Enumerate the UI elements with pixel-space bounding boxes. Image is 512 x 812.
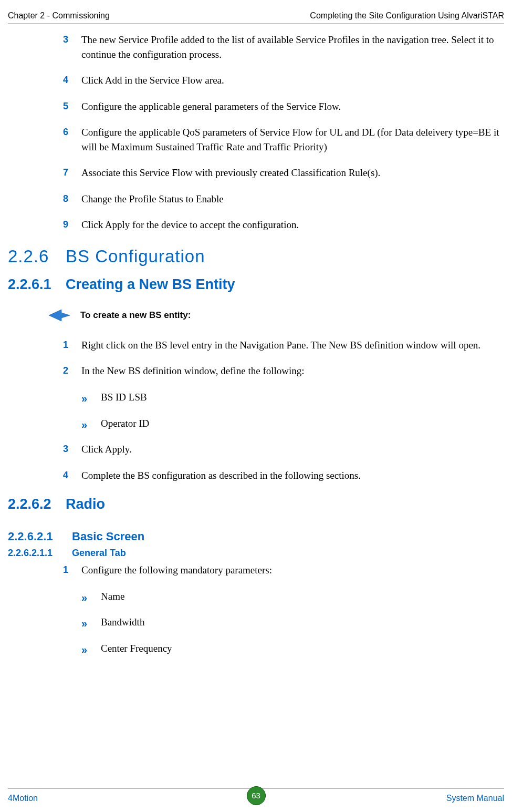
step-item: 1 Right click on the BS level entry in t… xyxy=(63,338,504,353)
chevron-icon: » xyxy=(81,642,85,657)
header-right: Completing the Site Configuration Using … xyxy=(310,9,504,22)
step-number: 4 xyxy=(63,73,68,87)
step-text: Configure the applicable general paramet… xyxy=(81,101,341,112)
bullet-text: BS ID LSB xyxy=(101,392,147,403)
arrow-icon xyxy=(49,309,70,322)
bullet-item: » Center Frequency xyxy=(63,641,504,656)
step-item: 5 Configure the applicable general param… xyxy=(63,99,504,114)
callout-text: To create a new BS entity: xyxy=(80,309,191,322)
bullet-item: » Bandwidth xyxy=(63,615,504,630)
step-item: 9 Click Apply for the device to accept t… xyxy=(63,218,504,232)
footer-right: System Manual xyxy=(446,792,504,804)
step-number: 9 xyxy=(63,218,68,231)
bullet-item: » Operator ID xyxy=(63,416,504,431)
step-number: 4 xyxy=(63,468,68,482)
step-number: 8 xyxy=(63,192,68,205)
step-number: 7 xyxy=(63,166,68,179)
bullet-item: » Name xyxy=(63,589,504,604)
header-left: Chapter 2 - Commissioning xyxy=(8,9,110,22)
bullet-item: » BS ID LSB xyxy=(63,390,504,405)
page-footer: 4Motion 63 System Manual xyxy=(8,788,504,804)
step-number: 1 xyxy=(63,338,68,352)
step-item: 6 Configure the applicable QoS parameter… xyxy=(63,125,504,154)
step-number: 6 xyxy=(63,125,68,139)
section-number: 2.2.6.2.1.1 xyxy=(8,546,72,560)
step-number: 5 xyxy=(63,99,68,113)
heading-4: 2.2.6.2.1Basic Screen xyxy=(8,528,504,545)
page-header: Chapter 2 - Commissioning Completing the… xyxy=(8,9,504,24)
procedure-callout: To create a new BS entity: xyxy=(49,309,504,322)
section-number: 2.2.6.1 xyxy=(8,274,66,295)
step-text: The new Service Profile added to the lis… xyxy=(81,34,494,60)
page: Chapter 2 - Commissioning Completing the… xyxy=(0,0,512,812)
heading-5: 2.2.6.2.1.1General Tab xyxy=(8,546,504,560)
step-item: 3 Click Apply. xyxy=(63,442,504,457)
section-number: 2.2.6.2.1 xyxy=(8,528,72,545)
step-number: 2 xyxy=(63,364,68,377)
step-text: Associate this Service Flow with previou… xyxy=(81,167,380,178)
step-text: Click Add in the Service Flow area. xyxy=(81,75,224,86)
page-number-badge: 63 xyxy=(247,786,266,805)
section-number: 2.2.6.2 xyxy=(8,494,66,515)
step-number: 3 xyxy=(63,33,68,46)
step-text: Complete the BS configuration as describ… xyxy=(81,470,361,481)
step-text: Click Apply for the device to accept the… xyxy=(81,219,299,230)
step-text: Configure the following mandatory parame… xyxy=(81,564,272,575)
step-item: 7 Associate this Service Flow with previ… xyxy=(63,166,504,180)
chevron-icon: » xyxy=(81,590,85,605)
footer-left: 4Motion xyxy=(8,792,38,804)
chevron-icon: » xyxy=(81,616,85,631)
section-title: Creating a New BS Entity xyxy=(66,276,235,292)
bullet-text: Operator ID xyxy=(101,418,149,429)
section-title: BS Configuration xyxy=(66,246,205,266)
numbered-list: 1 Right click on the BS level entry in t… xyxy=(8,338,504,482)
heading-3: 2.2.6.1Creating a New BS Entity xyxy=(8,274,504,295)
chevron-icon: » xyxy=(81,391,85,406)
svg-marker-0 xyxy=(49,310,70,321)
section-title: General Tab xyxy=(72,548,126,558)
heading-2: 2.2.6BS Configuration xyxy=(8,244,504,269)
numbered-list: 3 The new Service Profile added to the l… xyxy=(8,33,504,232)
step-text: Configure the applicable QoS parameters … xyxy=(81,127,499,152)
step-text: In the New BS definition window, define … xyxy=(81,365,305,376)
step-item: 1 Configure the following mandatory para… xyxy=(63,563,504,578)
content-area: 3 The new Service Profile added to the l… xyxy=(8,33,504,667)
step-item: 4 Complete the BS configuration as descr… xyxy=(63,468,504,483)
section-title: Basic Screen xyxy=(72,530,144,543)
page-number: 63 xyxy=(252,790,260,801)
step-item: 4 Click Add in the Service Flow area. xyxy=(63,73,504,88)
bullet-text: Bandwidth xyxy=(101,616,144,628)
section-number: 2.2.6 xyxy=(8,244,66,269)
step-number: 1 xyxy=(63,563,68,577)
bullet-text: Name xyxy=(101,591,124,602)
step-text: Change the Profile Status to Enable xyxy=(81,193,224,204)
step-text: Click Apply. xyxy=(81,444,132,455)
bullet-text: Center Frequency xyxy=(101,643,172,654)
section-title: Radio xyxy=(66,496,105,512)
numbered-list: 1 Configure the following mandatory para… xyxy=(8,563,504,655)
step-item: 2 In the New BS definition window, defin… xyxy=(63,364,504,378)
step-text: Right click on the BS level entry in the… xyxy=(81,340,480,351)
step-item: 8 Change the Profile Status to Enable xyxy=(63,192,504,207)
step-item: 3 The new Service Profile added to the l… xyxy=(63,33,504,61)
step-number: 3 xyxy=(63,442,68,456)
chevron-icon: » xyxy=(81,417,85,433)
heading-3: 2.2.6.2Radio xyxy=(8,494,504,515)
